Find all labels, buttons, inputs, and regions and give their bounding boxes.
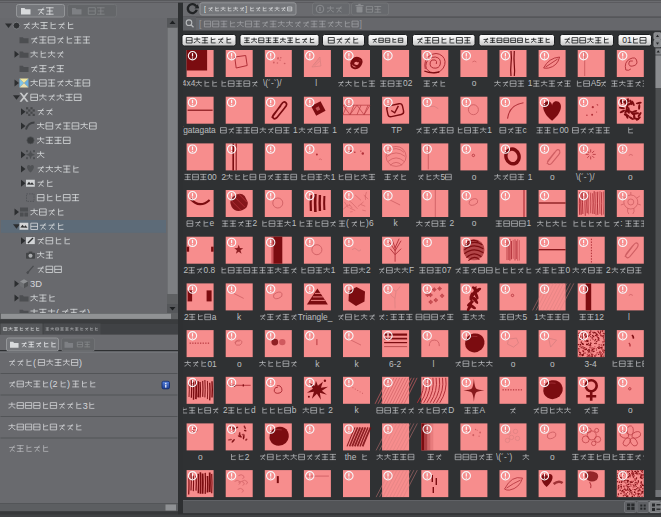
svg-text:1: 1 <box>293 125 298 135</box>
svg-text::: : <box>620 218 622 228</box>
svg-text:o: o <box>628 405 633 415</box>
svg-text::: : <box>386 312 388 322</box>
svg-text:(: ( <box>346 218 349 228</box>
svg-text:2: 2 <box>366 265 371 275</box>
svg-text:\(´-`)/: \(´-`)/ <box>576 172 595 182</box>
svg-text:(: ( <box>33 358 36 368</box>
svg-text:\(´-`)/: \(´-`)/ <box>263 78 282 88</box>
svg-text:07: 07 <box>442 265 452 275</box>
svg-text:2: 2 <box>221 172 226 182</box>
svg-text:the: the <box>345 452 357 462</box>
svg-text:4x4: 4x4 <box>182 78 196 88</box>
svg-text:o: o <box>472 218 477 228</box>
svg-text:): ) <box>79 358 82 368</box>
svg-text:l: l <box>433 359 435 369</box>
svg-text:Triangle_: Triangle_ <box>298 312 333 322</box>
svg-text:c: c <box>523 125 527 135</box>
svg-text:o: o <box>550 359 555 369</box>
svg-text:2: 2 <box>253 218 258 228</box>
svg-text:d: d <box>251 405 256 415</box>
svg-text:3D: 3D <box>30 278 42 289</box>
svg-text:1: 1 <box>528 172 533 182</box>
svg-text:F: F <box>409 265 414 275</box>
svg-text:o: o <box>511 359 516 369</box>
svg-text:o: o <box>472 172 477 182</box>
svg-text:)6: )6 <box>366 218 374 228</box>
svg-text:o: o <box>550 452 555 462</box>
svg-text:A: A <box>480 405 486 415</box>
svg-text:e: e <box>210 218 215 228</box>
svg-text:01: 01 <box>622 35 632 45</box>
svg-text:\(´-`): \(´-`) <box>496 452 512 462</box>
svg-text:2: 2 <box>184 312 189 322</box>
svg-text:00: 00 <box>559 125 569 135</box>
svg-text:1: 1 <box>534 312 539 322</box>
svg-text:2: 2 <box>184 265 189 275</box>
svg-text:l: l <box>628 312 630 322</box>
svg-text:5: 5 <box>523 312 528 322</box>
svg-text:o: o <box>472 78 477 88</box>
svg-text:o: o <box>628 172 633 182</box>
svg-text:0.8: 0.8 <box>204 265 216 275</box>
svg-text:6-2: 6-2 <box>389 359 401 369</box>
svg-text:3-4: 3-4 <box>585 359 597 369</box>
svg-text:01: 01 <box>207 359 217 369</box>
svg-text:02: 02 <box>403 78 413 88</box>
svg-text:1: 1 <box>292 218 297 228</box>
svg-text:2: 2 <box>328 405 333 415</box>
svg-text:12: 12 <box>595 312 605 322</box>
svg-text:A5: A5 <box>591 78 602 88</box>
svg-text:2: 2 <box>245 452 250 462</box>
svg-text:[: [ <box>204 5 206 13</box>
svg-text:1: 1 <box>526 218 531 228</box>
svg-text:1: 1 <box>528 78 533 88</box>
svg-text:1: 1 <box>332 125 337 135</box>
svg-text:TP: TP <box>391 125 402 135</box>
svg-text:2: 2 <box>450 218 455 228</box>
svg-text:2: 2 <box>223 405 228 415</box>
svg-text:0: 0 <box>566 265 571 275</box>
svg-text:]: ] <box>245 5 247 13</box>
svg-text:5: 5 <box>440 172 445 182</box>
svg-text:1: 1 <box>487 125 492 135</box>
svg-text:1: 1 <box>331 172 336 182</box>
svg-text:): ) <box>67 379 70 389</box>
svg-text:]: ] <box>359 19 361 29</box>
svg-text:b: b <box>292 405 297 415</box>
svg-text:(2: (2 <box>50 379 58 389</box>
svg-text:l: l <box>315 78 317 88</box>
svg-text:o: o <box>550 172 555 182</box>
svg-text:(gatagata: (gatagata <box>180 125 216 135</box>
svg-text:D: D <box>448 405 454 415</box>
svg-text:2: 2 <box>606 265 611 275</box>
svg-text:3: 3 <box>83 401 88 411</box>
svg-text:a: a <box>212 312 217 322</box>
svg-text:o: o <box>237 359 242 369</box>
svg-text:1: 1 <box>331 265 336 275</box>
svg-text:00: 00 <box>207 172 217 182</box>
svg-text:o: o <box>198 452 203 462</box>
